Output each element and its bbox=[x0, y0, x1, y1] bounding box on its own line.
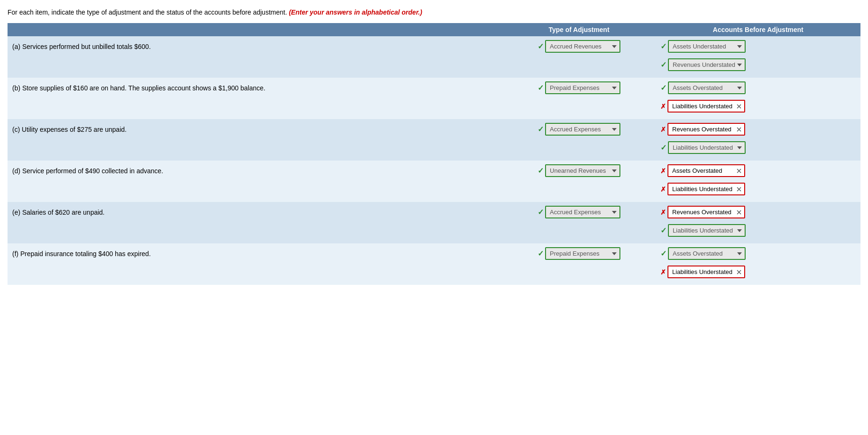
account-dropdown-f-0[interactable]: Assets OverstatedAssets UnderstatedExpen… bbox=[668, 247, 746, 260]
row-text-a: Services performed but unbilled totals $… bbox=[22, 43, 151, 50]
row-letter-b: (b) bbox=[12, 84, 20, 92]
table-row-d: (d)Service performed of $490 collected i… bbox=[8, 161, 860, 202]
table-row-e: (e)Salaries of $620 are unpaid.✓Accrued … bbox=[8, 202, 860, 243]
row-type-col-c: ✓Accrued ExpensesAccrued RevenuesPrepaid… bbox=[502, 119, 656, 161]
row-letter-d: (d) bbox=[12, 167, 20, 175]
account-dropdown-f-1[interactable]: Assets OverstatedAssets UnderstatedExpen… bbox=[667, 266, 745, 278]
check-icon-acc-a-0: ✓ bbox=[660, 42, 667, 51]
check-icon-type-b: ✓ bbox=[538, 83, 544, 92]
row-text-c: Utility expenses of $275 are unpaid. bbox=[22, 126, 127, 133]
table-row-c: (c)Utility expenses of $275 are unpaid.✓… bbox=[8, 119, 860, 161]
type-dropdown-f[interactable]: Accrued ExpensesAccrued RevenuesPrepaid … bbox=[545, 247, 620, 260]
row-type-col-e: ✓Accrued ExpensesAccrued RevenuesPrepaid… bbox=[502, 202, 656, 243]
header-description bbox=[8, 23, 502, 36]
table-row-a: (a)Services performed but unbilled total… bbox=[8, 36, 860, 78]
row-letter-a: (a) bbox=[12, 43, 20, 50]
account-dropdown-e-1[interactable]: Assets OverstatedAssets UnderstatedExpen… bbox=[668, 224, 746, 237]
row-text-d: Service performed of $490 collected in a… bbox=[22, 167, 163, 175]
row-text-b: Store supplies of $160 are on hand. The … bbox=[22, 84, 265, 92]
check-icon-type-a: ✓ bbox=[538, 42, 544, 51]
account-dropdown-d-0[interactable]: Assets OverstatedAssets UnderstatedExpen… bbox=[667, 164, 745, 177]
x-icon-acc-d-0: ✗ bbox=[660, 167, 666, 175]
x-icon-acc-d-1: ✗ bbox=[660, 185, 666, 193]
row-accounts-col-e: ✗Assets OverstatedAssets UnderstatedExpe… bbox=[656, 202, 860, 243]
type-wrapper-d: ✓Accrued ExpensesAccrued RevenuesPrepaid… bbox=[538, 164, 620, 177]
x-icon-acc-f-1: ✗ bbox=[660, 268, 666, 276]
row-description-e: (e)Salaries of $620 are unpaid. bbox=[8, 202, 502, 243]
header-accounts: Accounts Before Adjustment bbox=[656, 23, 860, 36]
type-dropdown-c[interactable]: Accrued ExpensesAccrued RevenuesPrepaid … bbox=[545, 123, 620, 136]
table-header: Type of Adjustment Accounts Before Adjus… bbox=[8, 23, 860, 36]
table-row-f: (f)Prepaid insurance totaling $400 has e… bbox=[8, 243, 860, 285]
row-description-d: (d)Service performed of $490 collected i… bbox=[8, 161, 502, 202]
account-wrapper-c-1: ✓Assets OverstatedAssets UnderstatedExpe… bbox=[660, 141, 746, 154]
instruction-emphasis: (Enter your answers in alphabetical orde… bbox=[289, 8, 422, 16]
account-wrapper-b-1: ✗Assets OverstatedAssets UnderstatedExpe… bbox=[660, 100, 745, 113]
account-dropdown-b-1[interactable]: Assets OverstatedAssets UnderstatedExpen… bbox=[667, 100, 745, 113]
header-type: Type of Adjustment bbox=[502, 23, 656, 36]
check-icon-type-d: ✓ bbox=[538, 166, 544, 175]
check-icon-acc-a-1: ✓ bbox=[660, 60, 667, 69]
row-letter-e: (e) bbox=[12, 209, 20, 216]
table-row-b: (b)Store supplies of $160 are on hand. T… bbox=[8, 78, 860, 119]
check-icon-acc-b-0: ✓ bbox=[660, 83, 667, 92]
row-text-f: Prepaid insurance totaling $400 has expi… bbox=[20, 250, 151, 258]
row-accounts-col-f: ✓Assets OverstatedAssets UnderstatedExpe… bbox=[656, 243, 860, 285]
row-text-e: Salaries of $620 are unpaid. bbox=[22, 209, 104, 216]
account-wrapper-a-1: ✓Assets OverstatedAssets UnderstatedExpe… bbox=[660, 58, 746, 71]
row-type-col-a: ✓Accrued ExpensesAccrued RevenuesPrepaid… bbox=[502, 36, 656, 78]
account-dropdown-a-0[interactable]: Assets OverstatedAssets UnderstatedExpen… bbox=[668, 40, 746, 53]
account-dropdown-c-0[interactable]: Assets OverstatedAssets UnderstatedExpen… bbox=[667, 123, 745, 136]
type-wrapper-e: ✓Accrued ExpensesAccrued RevenuesPrepaid… bbox=[538, 206, 620, 218]
account-dropdown-d-1[interactable]: Assets OverstatedAssets UnderstatedExpen… bbox=[667, 183, 745, 195]
account-dropdown-a-1[interactable]: Assets OverstatedAssets UnderstatedExpen… bbox=[668, 58, 746, 71]
account-wrapper-b-0: ✓Assets OverstatedAssets UnderstatedExpe… bbox=[660, 81, 746, 94]
check-icon-acc-e-1: ✓ bbox=[660, 226, 667, 235]
check-icon-type-c: ✓ bbox=[538, 125, 544, 134]
instruction-main: For each item, indicate the type of adju… bbox=[8, 8, 287, 16]
row-letter-c: (c) bbox=[12, 126, 20, 133]
x-icon-acc-e-0: ✗ bbox=[660, 209, 666, 216]
account-wrapper-f-0: ✓Assets OverstatedAssets UnderstatedExpe… bbox=[660, 247, 746, 260]
accounts-stack-a: ✓Assets OverstatedAssets UnderstatedExpe… bbox=[660, 40, 856, 74]
account-wrapper-d-0: ✗Assets OverstatedAssets UnderstatedExpe… bbox=[660, 164, 745, 177]
account-wrapper-a-0: ✓Assets OverstatedAssets UnderstatedExpe… bbox=[660, 40, 746, 53]
account-wrapper-f-1: ✗Assets OverstatedAssets UnderstatedExpe… bbox=[660, 266, 745, 278]
account-wrapper-e-1: ✓Assets OverstatedAssets UnderstatedExpe… bbox=[660, 224, 746, 237]
type-wrapper-a: ✓Accrued ExpensesAccrued RevenuesPrepaid… bbox=[538, 40, 620, 53]
accounts-stack-d: ✗Assets OverstatedAssets UnderstatedExpe… bbox=[660, 164, 856, 198]
instruction-text: For each item, indicate the type of adju… bbox=[8, 8, 860, 17]
account-wrapper-c-0: ✗Assets OverstatedAssets UnderstatedExpe… bbox=[660, 123, 745, 136]
row-accounts-col-c: ✗Assets OverstatedAssets UnderstatedExpe… bbox=[656, 119, 860, 161]
type-wrapper-c: ✓Accrued ExpensesAccrued RevenuesPrepaid… bbox=[538, 123, 620, 136]
check-icon-acc-c-1: ✓ bbox=[660, 143, 667, 152]
type-dropdown-b[interactable]: Accrued ExpensesAccrued RevenuesPrepaid … bbox=[545, 81, 620, 94]
type-dropdown-d[interactable]: Accrued ExpensesAccrued RevenuesPrepaid … bbox=[545, 164, 620, 177]
account-dropdown-e-0[interactable]: Assets OverstatedAssets UnderstatedExpen… bbox=[667, 206, 745, 218]
row-type-col-b: ✓Accrued ExpensesAccrued RevenuesPrepaid… bbox=[502, 78, 656, 119]
account-wrapper-d-1: ✗Assets OverstatedAssets UnderstatedExpe… bbox=[660, 183, 745, 195]
type-dropdown-a[interactable]: Accrued ExpensesAccrued RevenuesPrepaid … bbox=[545, 40, 620, 53]
account-wrapper-e-0: ✗Assets OverstatedAssets UnderstatedExpe… bbox=[660, 206, 745, 218]
accounts-stack-e: ✗Assets OverstatedAssets UnderstatedExpe… bbox=[660, 206, 856, 240]
row-description-b: (b)Store supplies of $160 are on hand. T… bbox=[8, 78, 502, 119]
row-accounts-col-a: ✓Assets OverstatedAssets UnderstatedExpe… bbox=[656, 36, 860, 78]
check-icon-acc-f-0: ✓ bbox=[660, 249, 667, 258]
row-type-col-f: ✓Accrued ExpensesAccrued RevenuesPrepaid… bbox=[502, 243, 656, 285]
row-type-col-d: ✓Accrued ExpensesAccrued RevenuesPrepaid… bbox=[502, 161, 656, 202]
account-dropdown-b-0[interactable]: Assets OverstatedAssets UnderstatedExpen… bbox=[668, 81, 746, 94]
row-accounts-col-b: ✓Assets OverstatedAssets UnderstatedExpe… bbox=[656, 78, 860, 119]
main-table: Type of Adjustment Accounts Before Adjus… bbox=[8, 23, 860, 285]
check-icon-type-f: ✓ bbox=[538, 249, 544, 258]
accounts-stack-c: ✗Assets OverstatedAssets UnderstatedExpe… bbox=[660, 123, 856, 157]
row-accounts-col-d: ✗Assets OverstatedAssets UnderstatedExpe… bbox=[656, 161, 860, 202]
type-dropdown-e[interactable]: Accrued ExpensesAccrued RevenuesPrepaid … bbox=[545, 206, 620, 218]
row-description-f: (f)Prepaid insurance totaling $400 has e… bbox=[8, 243, 502, 285]
row-description-a: (a)Services performed but unbilled total… bbox=[8, 36, 502, 78]
accounts-stack-b: ✓Assets OverstatedAssets UnderstatedExpe… bbox=[660, 81, 856, 115]
type-wrapper-b: ✓Accrued ExpensesAccrued RevenuesPrepaid… bbox=[538, 81, 620, 94]
account-dropdown-c-1[interactable]: Assets OverstatedAssets UnderstatedExpen… bbox=[668, 141, 746, 154]
row-description-c: (c)Utility expenses of $275 are unpaid. bbox=[8, 119, 502, 161]
x-icon-acc-c-0: ✗ bbox=[660, 126, 666, 133]
check-icon-type-e: ✓ bbox=[538, 208, 544, 217]
